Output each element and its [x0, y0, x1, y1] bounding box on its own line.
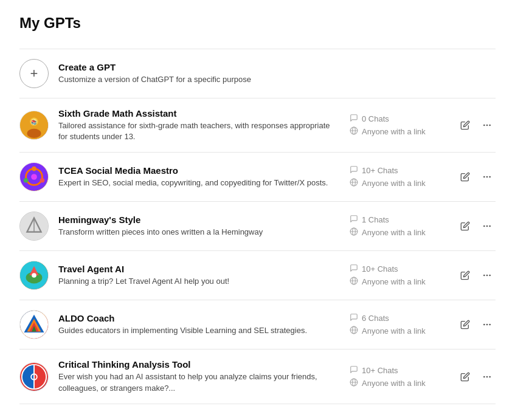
gpt-chats-row-aldo: 6 Chats	[350, 313, 447, 323]
svg-point-15	[24, 178, 29, 183]
edit-button-math[interactable]	[457, 117, 474, 134]
gpt-access-row-math: Anyone with a link	[350, 126, 447, 137]
gpt-item-hemingway: Hemingway's Style Transform written piec…	[19, 202, 496, 251]
svg-text:📚: 📚	[31, 119, 37, 125]
gpt-access-hemingway: Anyone with a link	[362, 228, 426, 237]
gpt-stats-tcea: 10+ Chats Anyone with a link	[350, 165, 447, 188]
link-icon-critical	[350, 378, 358, 388]
gpt-chats-hemingway: 1 Chats	[362, 215, 389, 224]
plus-icon: +	[30, 66, 38, 81]
gpt-actions-aldo	[457, 316, 496, 333]
gpt-access-row-hemingway: Anyone with a link	[350, 227, 447, 238]
gpt-chats-row-hemingway: 1 Chats	[350, 215, 447, 225]
svg-point-22	[489, 176, 491, 178]
gpt-chats-math: 0 Chats	[362, 114, 389, 123]
gpt-desc-travel: Planning a trip? Let Travel Agent AI hel…	[58, 276, 340, 287]
svg-point-30	[483, 225, 485, 227]
svg-point-63	[489, 376, 491, 377]
gpt-avatar-tcea	[19, 162, 49, 191]
gpt-avatar-math: 📚	[19, 111, 49, 140]
gpt-chats-row-math: 0 Chats	[350, 114, 447, 124]
svg-point-10	[489, 125, 491, 126]
more-button-hemingway[interactable]	[479, 218, 496, 235]
gpt-chats-tcea: 10+ Chats	[362, 166, 398, 175]
gpt-name-aldo: ALDO Coach	[58, 313, 340, 323]
svg-point-14	[40, 178, 45, 183]
svg-point-2	[27, 129, 41, 138]
edit-button-hemingway[interactable]	[457, 218, 474, 235]
gpt-desc-critical: Ever wish you had an AI assistant to hel…	[58, 371, 340, 393]
gpt-info-aldo: ALDO Coach Guides educators in implement…	[58, 313, 340, 336]
svg-point-42	[489, 275, 491, 277]
gpt-access-aldo: Anyone with a link	[362, 326, 426, 336]
gpt-name-tcea: TCEA Social Media Maestro	[58, 165, 340, 176]
link-icon-hemingway	[350, 227, 358, 238]
gpt-desc-tcea: Expert in SEO, social media, copywriting…	[58, 177, 340, 188]
svg-point-36	[32, 274, 36, 278]
svg-point-8	[483, 125, 485, 126]
more-button-tcea[interactable]	[479, 168, 496, 185]
gpt-chats-row-tcea: 10+ Chats	[350, 165, 447, 176]
create-gpt-name: Create a GPT	[58, 62, 496, 72]
svg-point-13	[32, 167, 36, 171]
svg-point-31	[486, 225, 488, 227]
edit-button-tcea[interactable]	[457, 168, 474, 185]
gpt-actions-travel	[457, 267, 496, 284]
gpt-item-aldo: ALDO Coach Guides educators in implement…	[19, 300, 496, 349]
gpt-chats-travel: 10+ Chats	[362, 264, 398, 274]
gpt-access-math: Anyone with a link	[362, 127, 426, 136]
gpt-stats-travel: 10+ Chats Anyone with a link	[350, 264, 447, 287]
gpt-actions-hemingway	[457, 218, 496, 235]
gpt-stats-aldo: 6 Chats Anyone with a link	[350, 313, 447, 336]
gpt-name-hemingway: Hemingway's Style	[58, 215, 340, 225]
create-gpt-avatar: +	[19, 59, 49, 88]
gpt-info-tcea: TCEA Social Media Maestro Expert in SEO,…	[58, 165, 340, 188]
gpt-actions-critical	[457, 368, 496, 385]
gpt-actions-tcea	[457, 168, 496, 185]
gpt-stats-math: 0 Chats Anyone with a link	[350, 114, 447, 137]
gpt-stats-hemingway: 1 Chats Anyone with a link	[350, 215, 447, 238]
gpt-item-tcea: TCEA Social Media Maestro Expert in SEO,…	[19, 153, 496, 202]
link-icon-aldo	[350, 326, 358, 336]
gpt-item-math: 📚 Sixth Grade Math Assistant Tailored as…	[19, 98, 496, 153]
more-button-critical[interactable]	[479, 368, 496, 385]
create-gpt-item[interactable]: + Create a GPT Customize a version of Ch…	[19, 49, 496, 98]
svg-point-61	[483, 376, 485, 377]
gpt-list: + Create a GPT Customize a version of Ch…	[19, 49, 496, 404]
gpt-avatar-critical	[19, 362, 49, 391]
chat-icon-travel	[350, 264, 358, 274]
gpt-desc-hemingway: Transform written pieces into ones writt…	[58, 227, 340, 238]
gpt-stats-critical: 10+ Chats Anyone with a link	[350, 365, 447, 388]
gpt-actions-math	[457, 117, 496, 134]
gpt-item-critical: Critical Thinking Analysis Tool Ever wis…	[19, 349, 496, 404]
gpt-name-travel: Travel Agent AI	[58, 264, 340, 274]
svg-point-21	[486, 176, 488, 178]
gpt-info-math: Sixth Grade Math Assistant Tailored assi…	[58, 108, 340, 142]
svg-point-53	[486, 324, 488, 326]
svg-point-54	[489, 324, 491, 326]
svg-point-41	[486, 275, 488, 277]
more-button-aldo[interactable]	[479, 316, 496, 333]
svg-point-16	[31, 174, 37, 181]
svg-point-20	[483, 176, 485, 178]
gpt-chats-row-travel: 10+ Chats	[350, 264, 447, 274]
link-icon-math	[350, 126, 358, 137]
edit-button-travel[interactable]	[457, 267, 474, 284]
gpt-access-row-critical: Anyone with a link	[350, 378, 447, 388]
svg-point-9	[486, 125, 488, 126]
gpt-avatar-travel	[19, 261, 49, 290]
edit-button-critical[interactable]	[457, 368, 474, 385]
gpt-chats-row-critical: 10+ Chats	[350, 365, 447, 376]
gpt-name-critical: Critical Thinking Analysis Tool	[58, 359, 340, 370]
gpt-access-row-tcea: Anyone with a link	[350, 178, 447, 188]
link-icon-tcea	[350, 178, 358, 188]
more-button-math[interactable]	[479, 117, 496, 134]
gpt-avatar-aldo	[19, 310, 49, 339]
edit-button-aldo[interactable]	[457, 316, 474, 333]
create-gpt-desc: Customize a version of ChatGPT for a spe…	[58, 74, 496, 85]
more-button-travel[interactable]	[479, 267, 496, 284]
gpt-access-row-aldo: Anyone with a link	[350, 326, 447, 336]
gpt-access-travel: Anyone with a link	[362, 277, 426, 286]
gpt-info-critical: Critical Thinking Analysis Tool Ever wis…	[58, 359, 340, 393]
gpt-desc-aldo: Guides educators in implementing Visible…	[58, 325, 340, 336]
